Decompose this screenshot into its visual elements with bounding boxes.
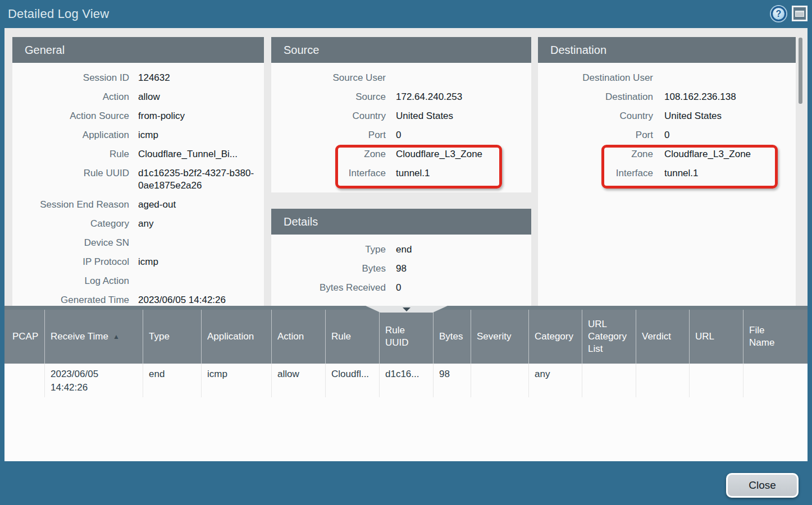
field-rule-uuid: Rule UUID d1c16235-b2f2-4327-b380-0ae187… bbox=[12, 164, 264, 195]
field-source-country: Country United States bbox=[271, 107, 531, 126]
field-label: Destination bbox=[538, 88, 653, 107]
field-destination-country: Country United States bbox=[538, 107, 796, 126]
destination-panel: Destination Destination User Destination… bbox=[538, 37, 796, 306]
general-panel-header: General bbox=[12, 37, 264, 63]
field-value bbox=[386, 68, 531, 75]
field-action-source: Action Source from-policy bbox=[12, 107, 264, 126]
field-value: 172.64.240.253 bbox=[386, 88, 531, 107]
field-value bbox=[653, 68, 796, 75]
field-label: Rule bbox=[12, 145, 129, 164]
column-header-pcap[interactable]: PCAP bbox=[4, 310, 45, 364]
source-panel-header: Source bbox=[271, 37, 531, 63]
column-label: Rule UUID bbox=[385, 324, 427, 349]
field-value: icmp bbox=[129, 126, 264, 145]
help-icon[interactable]: ? bbox=[771, 6, 786, 21]
field-value: 98 bbox=[386, 259, 531, 278]
field-label: Action Source bbox=[12, 107, 129, 126]
field-value: 108.162.236.138 bbox=[653, 88, 796, 107]
column-label: PCAP bbox=[12, 330, 38, 343]
field-value: Cloudflare_Tunnel_Bi... bbox=[129, 145, 264, 164]
field-label: Source User bbox=[271, 68, 386, 88]
column-label: Rule bbox=[331, 330, 351, 343]
field-value: tunnel.1 bbox=[386, 164, 531, 183]
field-label: Port bbox=[271, 126, 386, 145]
field-label: Device SN bbox=[12, 233, 129, 252]
field-type: Type end bbox=[271, 240, 531, 259]
general-panel: General Session ID 124632 Action allow A… bbox=[12, 37, 264, 306]
column-header-url-category-list[interactable]: URL Category List bbox=[582, 310, 636, 364]
cell-verdict bbox=[636, 364, 690, 397]
column-header-application[interactable]: Application bbox=[202, 310, 272, 364]
field-value: United States bbox=[653, 107, 796, 126]
column-label: URL bbox=[695, 330, 714, 343]
field-label: IP Protocol bbox=[12, 252, 129, 272]
field-label: Bytes Received bbox=[271, 278, 386, 297]
destination-panel-header: Destination bbox=[538, 37, 796, 63]
column-label: Receive Time bbox=[51, 330, 108, 343]
field-value: aged-out bbox=[129, 195, 264, 214]
field-value bbox=[129, 272, 264, 278]
column-header-action[interactable]: Action bbox=[272, 310, 326, 364]
table-row[interactable]: 2023/06/05 14:42:26 end icmp allow Cloud… bbox=[4, 364, 808, 397]
source-panel: Source Source User Source 172.64.240.253… bbox=[271, 37, 531, 192]
field-destination-interface: Interface tunnel.1 bbox=[538, 164, 796, 183]
column-header-rule-uuid[interactable]: Rule UUID bbox=[380, 310, 434, 364]
column-header-verdict[interactable]: Verdict bbox=[636, 310, 690, 364]
field-value: d1c16235-b2f2-4327-b380-0ae1875e2a26 bbox=[129, 164, 264, 195]
field-label: Category bbox=[12, 214, 129, 233]
field-label: Zone bbox=[271, 145, 386, 164]
field-value: allow bbox=[129, 88, 264, 107]
column-label: Action bbox=[277, 330, 304, 343]
field-label: Country bbox=[271, 107, 386, 126]
field-label: Action bbox=[12, 88, 129, 107]
cell-category: any bbox=[529, 364, 582, 397]
column-header-receive-time[interactable]: Receive Time ▲ bbox=[45, 310, 143, 364]
field-label: Interface bbox=[271, 164, 386, 183]
detail-panels-area: General Session ID 124632 Action allow A… bbox=[4, 28, 808, 306]
titlebar: Detailed Log View ? bbox=[0, 0, 812, 28]
field-label: Destination User bbox=[538, 68, 653, 88]
cell-pcap bbox=[4, 364, 45, 397]
cell-url-category-list bbox=[582, 364, 636, 397]
field-destination: Destination 108.162.236.138 bbox=[538, 88, 796, 107]
field-value: Cloudflare_L3_Zone bbox=[653, 145, 796, 164]
column-label: Verdict bbox=[642, 330, 671, 343]
field-destination-port: Port 0 bbox=[538, 126, 796, 145]
field-bytes: Bytes 98 bbox=[271, 259, 531, 278]
column-header-file-name[interactable]: File Name bbox=[743, 310, 808, 364]
field-value: 124632 bbox=[129, 68, 264, 88]
field-value: 0 bbox=[386, 126, 531, 145]
column-header-severity[interactable]: Severity bbox=[471, 310, 529, 364]
maximize-icon[interactable] bbox=[792, 6, 808, 21]
field-value: icmp bbox=[129, 252, 264, 272]
help-icon-glyph: ? bbox=[776, 9, 782, 19]
column-header-category[interactable]: Category bbox=[529, 310, 582, 364]
column-header-bytes[interactable]: Bytes bbox=[434, 310, 471, 364]
field-label: Application bbox=[12, 126, 129, 145]
window-title: Detailed Log View bbox=[8, 7, 109, 21]
field-value: Cloudflare_L3_Zone bbox=[386, 145, 531, 164]
field-source-zone: Zone Cloudflare_L3_Zone bbox=[271, 145, 531, 164]
column-header-type[interactable]: Type bbox=[143, 310, 202, 364]
field-source-user: Source User bbox=[271, 68, 531, 88]
close-button[interactable]: Close bbox=[726, 473, 799, 498]
field-destination-user: Destination User bbox=[538, 68, 796, 88]
field-session-end-reason: Session End Reason aged-out bbox=[12, 195, 264, 214]
details-panel-header: Details bbox=[271, 209, 531, 235]
column-header-rule[interactable]: Rule bbox=[326, 310, 380, 364]
field-value bbox=[129, 233, 264, 240]
field-label: Interface bbox=[538, 164, 653, 183]
sort-ascending-icon: ▲ bbox=[113, 330, 120, 343]
field-device-sn: Device SN bbox=[12, 233, 264, 252]
column-header-url[interactable]: URL bbox=[690, 310, 743, 364]
vertical-scrollbar[interactable] bbox=[799, 38, 802, 104]
column-label: Bytes bbox=[439, 330, 463, 343]
field-label: Generated Time bbox=[12, 291, 129, 306]
log-table-header: PCAP Receive Time ▲ Type Application Act… bbox=[4, 310, 808, 364]
field-value: 2023/06/05 14:42:26 bbox=[129, 291, 264, 306]
log-table-body: 2023/06/05 14:42:26 end icmp allow Cloud… bbox=[4, 364, 808, 461]
field-value: tunnel.1 bbox=[653, 164, 796, 183]
field-log-action: Log Action bbox=[12, 272, 264, 291]
field-value: end bbox=[386, 240, 531, 259]
maximize-icon-rect bbox=[795, 11, 804, 17]
